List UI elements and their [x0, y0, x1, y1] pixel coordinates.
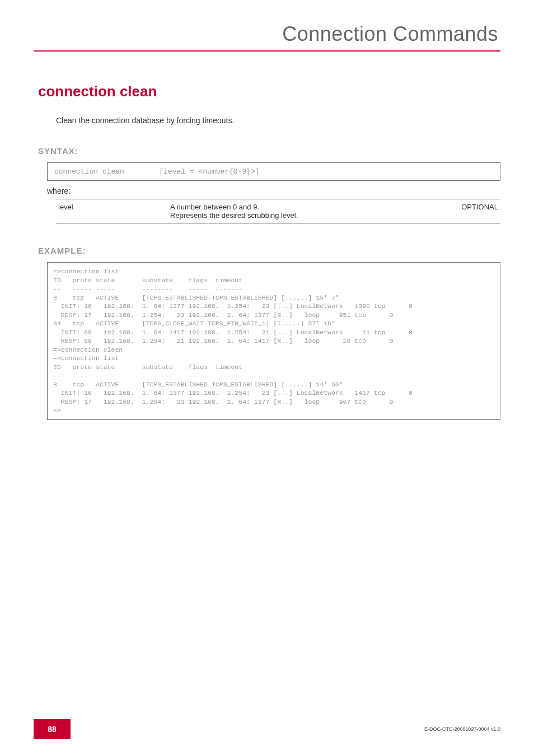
header-rule: [34, 50, 500, 52]
table-row: level A number between 0 and 9. Represen…: [56, 199, 500, 223]
param-desc: A number between 0 and 9. Represents the…: [168, 199, 444, 223]
command-description: Clean the connection database by forcing…: [56, 116, 500, 125]
param-table: level A number between 0 and 9. Represen…: [56, 199, 500, 223]
where-label: where:: [47, 186, 500, 195]
syntax-label: SYNTAX:: [38, 146, 500, 156]
example-box: =>connection list ID proto state substat…: [47, 262, 500, 420]
example-label: EXAMPLE:: [38, 246, 500, 255]
param-name: level: [56, 199, 168, 223]
footer: 88 E-DOC-CTC-20061027-0004 v1.0: [0, 719, 534, 739]
page-header-title: Connection Commands: [34, 22, 500, 46]
command-name: connection clean: [38, 83, 500, 100]
syntax-box: connection clean [level = <number{0-9}>]: [47, 162, 500, 181]
page-number-badge: 88: [34, 719, 71, 739]
param-optional: OPTIONAL: [444, 199, 500, 223]
doc-id: E-DOC-CTC-20061027-0004 v1.0: [424, 726, 500, 732]
